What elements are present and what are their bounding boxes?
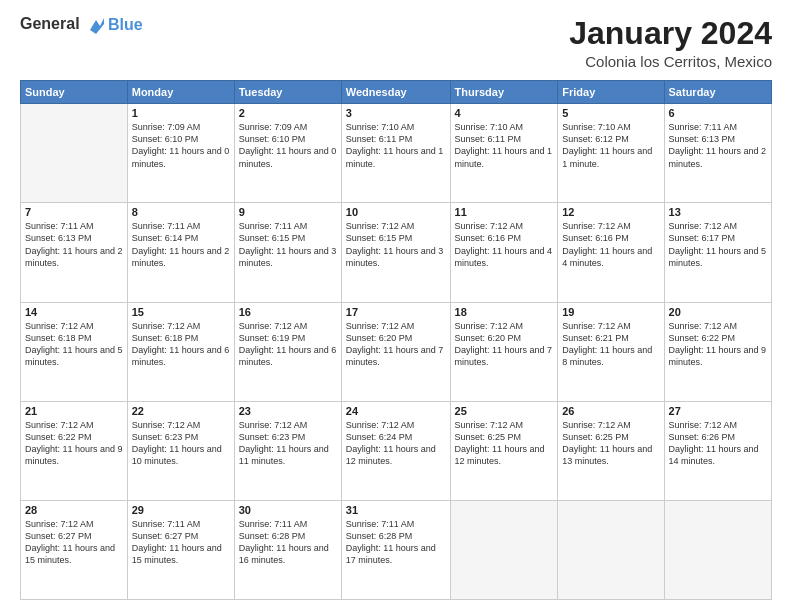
day-info: Sunrise: 7:12 AMSunset: 6:23 PMDaylight:… xyxy=(239,419,337,468)
day-info: Sunrise: 7:11 AMSunset: 6:15 PMDaylight:… xyxy=(239,220,337,269)
day-info: Sunrise: 7:12 AMSunset: 6:20 PMDaylight:… xyxy=(455,320,554,369)
table-row: 14 Sunrise: 7:12 AMSunset: 6:18 PMDaylig… xyxy=(21,302,128,401)
day-info: Sunrise: 7:10 AMSunset: 6:12 PMDaylight:… xyxy=(562,121,659,170)
day-info: Sunrise: 7:10 AMSunset: 6:11 PMDaylight:… xyxy=(455,121,554,170)
day-number: 11 xyxy=(455,206,554,218)
day-info: Sunrise: 7:12 AMSunset: 6:22 PMDaylight:… xyxy=(25,419,123,468)
day-info: Sunrise: 7:12 AMSunset: 6:25 PMDaylight:… xyxy=(455,419,554,468)
day-info: Sunrise: 7:12 AMSunset: 6:23 PMDaylight:… xyxy=(132,419,230,468)
table-row: 20 Sunrise: 7:12 AMSunset: 6:22 PMDaylig… xyxy=(664,302,771,401)
table-row: 22 Sunrise: 7:12 AMSunset: 6:23 PMDaylig… xyxy=(127,401,234,500)
table-row: 6 Sunrise: 7:11 AMSunset: 6:13 PMDayligh… xyxy=(664,104,771,203)
table-row: 18 Sunrise: 7:12 AMSunset: 6:20 PMDaylig… xyxy=(450,302,558,401)
day-info: Sunrise: 7:12 AMSunset: 6:26 PMDaylight:… xyxy=(669,419,767,468)
header-monday: Monday xyxy=(127,81,234,104)
header-wednesday: Wednesday xyxy=(341,81,450,104)
table-row: 10 Sunrise: 7:12 AMSunset: 6:15 PMDaylig… xyxy=(341,203,450,302)
table-row: 4 Sunrise: 7:10 AMSunset: 6:11 PMDayligh… xyxy=(450,104,558,203)
day-number: 18 xyxy=(455,306,554,318)
header-saturday: Saturday xyxy=(664,81,771,104)
day-info: Sunrise: 7:12 AMSunset: 6:25 PMDaylight:… xyxy=(562,419,659,468)
table-row: 15 Sunrise: 7:12 AMSunset: 6:18 PMDaylig… xyxy=(127,302,234,401)
weekday-header-row: Sunday Monday Tuesday Wednesday Thursday… xyxy=(21,81,772,104)
table-row: 2 Sunrise: 7:09 AMSunset: 6:10 PMDayligh… xyxy=(234,104,341,203)
day-info: Sunrise: 7:12 AMSunset: 6:18 PMDaylight:… xyxy=(132,320,230,369)
day-info: Sunrise: 7:12 AMSunset: 6:15 PMDaylight:… xyxy=(346,220,446,269)
calendar-table: Sunday Monday Tuesday Wednesday Thursday… xyxy=(20,80,772,600)
table-row xyxy=(450,500,558,599)
table-row: 3 Sunrise: 7:10 AMSunset: 6:11 PMDayligh… xyxy=(341,104,450,203)
day-number: 6 xyxy=(669,107,767,119)
day-number: 26 xyxy=(562,405,659,417)
day-number: 24 xyxy=(346,405,446,417)
page: General Blue January 2024 Colonia los Ce… xyxy=(0,0,792,612)
header: General Blue January 2024 Colonia los Ce… xyxy=(20,16,772,70)
table-row: 16 Sunrise: 7:12 AMSunset: 6:19 PMDaylig… xyxy=(234,302,341,401)
day-info: Sunrise: 7:09 AMSunset: 6:10 PMDaylight:… xyxy=(239,121,337,170)
day-number: 7 xyxy=(25,206,123,218)
day-info: Sunrise: 7:09 AMSunset: 6:10 PMDaylight:… xyxy=(132,121,230,170)
day-number: 2 xyxy=(239,107,337,119)
day-info: Sunrise: 7:10 AMSunset: 6:11 PMDaylight:… xyxy=(346,121,446,170)
table-row: 30 Sunrise: 7:11 AMSunset: 6:28 PMDaylig… xyxy=(234,500,341,599)
day-info: Sunrise: 7:11 AMSunset: 6:13 PMDaylight:… xyxy=(25,220,123,269)
day-number: 4 xyxy=(455,107,554,119)
table-row: 19 Sunrise: 7:12 AMSunset: 6:21 PMDaylig… xyxy=(558,302,664,401)
day-info: Sunrise: 7:12 AMSunset: 6:22 PMDaylight:… xyxy=(669,320,767,369)
day-number: 10 xyxy=(346,206,446,218)
table-row xyxy=(21,104,128,203)
day-number: 16 xyxy=(239,306,337,318)
table-row: 17 Sunrise: 7:12 AMSunset: 6:20 PMDaylig… xyxy=(341,302,450,401)
title-block: January 2024 Colonia los Cerritos, Mexic… xyxy=(569,16,772,70)
day-number: 15 xyxy=(132,306,230,318)
month-title: January 2024 xyxy=(569,16,772,51)
table-row: 11 Sunrise: 7:12 AMSunset: 6:16 PMDaylig… xyxy=(450,203,558,302)
day-info: Sunrise: 7:12 AMSunset: 6:27 PMDaylight:… xyxy=(25,518,123,567)
day-number: 22 xyxy=(132,405,230,417)
table-row: 29 Sunrise: 7:11 AMSunset: 6:27 PMDaylig… xyxy=(127,500,234,599)
table-row: 23 Sunrise: 7:12 AMSunset: 6:23 PMDaylig… xyxy=(234,401,341,500)
day-number: 21 xyxy=(25,405,123,417)
logo: General Blue xyxy=(20,16,143,34)
table-row: 26 Sunrise: 7:12 AMSunset: 6:25 PMDaylig… xyxy=(558,401,664,500)
svg-marker-0 xyxy=(90,18,104,34)
day-info: Sunrise: 7:11 AMSunset: 6:13 PMDaylight:… xyxy=(669,121,767,170)
day-info: Sunrise: 7:12 AMSunset: 6:20 PMDaylight:… xyxy=(346,320,446,369)
table-row xyxy=(664,500,771,599)
table-row: 7 Sunrise: 7:11 AMSunset: 6:13 PMDayligh… xyxy=(21,203,128,302)
table-row: 31 Sunrise: 7:11 AMSunset: 6:28 PMDaylig… xyxy=(341,500,450,599)
day-info: Sunrise: 7:12 AMSunset: 6:18 PMDaylight:… xyxy=(25,320,123,369)
day-number: 27 xyxy=(669,405,767,417)
logo-bird-icon xyxy=(86,16,104,34)
day-info: Sunrise: 7:11 AMSunset: 6:14 PMDaylight:… xyxy=(132,220,230,269)
day-info: Sunrise: 7:12 AMSunset: 6:16 PMDaylight:… xyxy=(562,220,659,269)
table-row xyxy=(558,500,664,599)
table-row: 1 Sunrise: 7:09 AMSunset: 6:10 PMDayligh… xyxy=(127,104,234,203)
day-number: 13 xyxy=(669,206,767,218)
day-number: 29 xyxy=(132,504,230,516)
day-number: 30 xyxy=(239,504,337,516)
day-number: 20 xyxy=(669,306,767,318)
day-info: Sunrise: 7:11 AMSunset: 6:28 PMDaylight:… xyxy=(239,518,337,567)
day-number: 17 xyxy=(346,306,446,318)
location-title: Colonia los Cerritos, Mexico xyxy=(569,53,772,70)
header-friday: Friday xyxy=(558,81,664,104)
logo-blue: Blue xyxy=(108,16,143,33)
day-number: 19 xyxy=(562,306,659,318)
header-sunday: Sunday xyxy=(21,81,128,104)
day-number: 1 xyxy=(132,107,230,119)
day-info: Sunrise: 7:12 AMSunset: 6:19 PMDaylight:… xyxy=(239,320,337,369)
table-row: 8 Sunrise: 7:11 AMSunset: 6:14 PMDayligh… xyxy=(127,203,234,302)
logo-general: General xyxy=(20,15,80,32)
day-number: 31 xyxy=(346,504,446,516)
table-row: 5 Sunrise: 7:10 AMSunset: 6:12 PMDayligh… xyxy=(558,104,664,203)
day-info: Sunrise: 7:12 AMSunset: 6:21 PMDaylight:… xyxy=(562,320,659,369)
day-info: Sunrise: 7:12 AMSunset: 6:24 PMDaylight:… xyxy=(346,419,446,468)
day-info: Sunrise: 7:12 AMSunset: 6:16 PMDaylight:… xyxy=(455,220,554,269)
table-row: 12 Sunrise: 7:12 AMSunset: 6:16 PMDaylig… xyxy=(558,203,664,302)
header-thursday: Thursday xyxy=(450,81,558,104)
table-row: 21 Sunrise: 7:12 AMSunset: 6:22 PMDaylig… xyxy=(21,401,128,500)
day-info: Sunrise: 7:11 AMSunset: 6:27 PMDaylight:… xyxy=(132,518,230,567)
table-row: 24 Sunrise: 7:12 AMSunset: 6:24 PMDaylig… xyxy=(341,401,450,500)
table-row: 27 Sunrise: 7:12 AMSunset: 6:26 PMDaylig… xyxy=(664,401,771,500)
